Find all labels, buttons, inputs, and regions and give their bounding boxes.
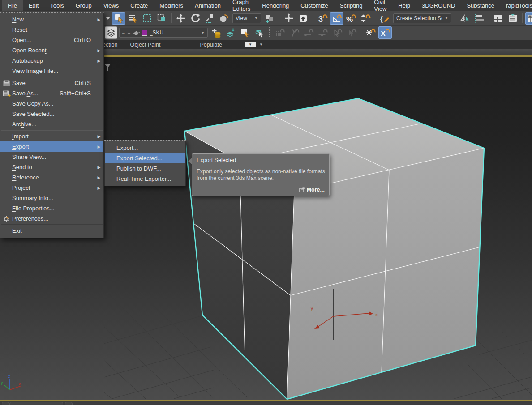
spinner-snap-toggle-button[interactable] [359,12,372,25]
select-and-scale-button[interactable] [203,12,216,25]
menu-item-project[interactable]: Project▶ [0,183,103,193]
set-current-layer-to-selection-button[interactable] [253,26,266,39]
angle-snap-toggle-button[interactable] [330,12,343,25]
svg-text:{: { [380,15,383,23]
ribbon-tab-populate[interactable]: Populate [194,40,228,49]
menu-item-save[interactable]: SaveCtrl+S [0,78,103,88]
menubar-item-modifiers[interactable]: Modifiers [154,0,189,11]
menu-item-exit[interactable]: Exit [0,226,103,236]
menu-item-export[interactable]: Export▶ [0,141,103,152]
link-cursor-a-button[interactable] [330,26,344,39]
layer-explorer-flyout-button[interactable] [105,26,117,39]
use-pivot-point-center-button[interactable] [263,12,276,25]
keyboard-shortcut-override-button[interactable] [296,12,310,25]
rectangular-selection-region-button[interactable] [141,12,154,25]
snap-toggle-3d-button[interactable]: 3 [316,12,329,25]
menu-item-file-properties[interactable]: File Properties... [0,203,103,213]
status-button-b[interactable] [65,402,73,405]
menubar-item-create[interactable]: Create [124,0,154,11]
menubar-item-graph-editors[interactable]: Graph Editors [227,0,256,11]
toolbar-flyout-button[interactable] [105,12,111,25]
menu-item-icon-slot [2,67,11,75]
percent-snap-toggle-button[interactable]: % [344,12,358,25]
toolbar-separator [171,13,172,23]
align-button[interactable] [472,12,486,25]
menu-item-save-as[interactable]: Save As...Shift+Ctrl+S [0,88,103,98]
reference-coordinate-system-dropdown[interactable]: View▼ [232,13,261,23]
status-button-a[interactable] [2,402,9,405]
menubar-item-edit[interactable]: Edit [23,0,44,11]
sel-in-layer-icon [240,27,250,38]
menu-item-save-copy-as[interactable]: Save Copy As... [0,98,103,109]
mirror-button[interactable] [458,12,472,25]
toggle-layer-explorer-button[interactable] [506,12,519,25]
menu-item-icon-slot [2,184,11,192]
link-slider-b-button[interactable] [316,26,330,39]
window-crossing-toggle-button[interactable] [155,12,168,25]
menubar-item-customize[interactable]: Customize [295,0,334,11]
menu-item-share-view[interactable]: Share View... [0,152,103,162]
menubar-item-file[interactable]: File [2,0,23,11]
ribbon-tab-object-paint[interactable]: Object Paint [124,40,167,49]
menu-item-label: Open... [12,37,31,43]
menu-item-save-selected[interactable]: Save Selected... [0,109,103,119]
menubar-item-rapidtools[interactable]: rapidTools [500,0,532,11]
edit-named-selection-sets-button[interactable]: { [378,12,391,25]
menu-item-open[interactable]: Open...Ctrl+O [0,35,103,45]
menubar-item-civil-view[interactable]: Civil View [368,0,392,11]
viewport-filter-icon[interactable] [104,64,111,71]
menu-item-publish-to-dwf[interactable]: Publish to DWF... [105,163,185,174]
menu-item-summary-info[interactable]: Summary Info... [0,193,103,203]
link-cursor-b-button[interactable] [345,26,358,39]
layer-color-swatch[interactable] [142,30,147,36]
menu-item-reset[interactable]: Reset [0,25,103,35]
toggle-ribbon-button[interactable] [525,12,532,25]
menubar-item-views[interactable]: Views [98,0,124,11]
tooltip-more-link[interactable]: More... [197,187,325,193]
select-and-place-button[interactable] [217,12,231,25]
menu-item-open-recent[interactable]: Open Recent▶ [0,45,103,55]
ribbon-options-arrow[interactable]: ▼ [259,43,263,47]
menu-item-send-to[interactable]: Send to▶ [0,162,103,172]
toggle-scene-explorer-button[interactable] [492,12,505,25]
menu-item-view-image-file[interactable]: View Image File... [0,66,103,76]
menu-item-real-time-exporter[interactable]: Real-Time Exporter... [105,174,185,184]
add-selection-to-current-layer-button[interactable] [224,26,237,39]
current-layer-dropdown[interactable]: – –_SKU▼ [119,28,208,38]
menu-item-reference[interactable]: Reference▶ [0,172,103,183]
freeze-snap-toggle-button[interactable] [364,26,378,39]
status-field[interactable] [9,402,63,405]
menubar-item-substance[interactable]: Substance [461,0,500,11]
menu-item-export[interactable]: Export... [105,143,185,153]
menubar-item-tools[interactable]: Tools [44,0,69,11]
select-and-move-button[interactable] [174,12,188,25]
menu-item-new[interactable]: New▶ [0,14,103,25]
menu-item-autobackup[interactable]: Autobackup▶ [0,55,103,66]
select-object-button[interactable] [112,12,125,25]
select-by-name-button[interactable] [126,12,140,25]
link-bone-button[interactable] [287,26,301,39]
menubar-item-rendering[interactable]: Rendering [256,0,295,11]
menubar-item-3dground[interactable]: 3DGROUND [416,0,461,11]
ribbon-minimize-button[interactable]: ▼ [245,42,256,47]
menubar-item-animation[interactable]: Animation [189,0,227,11]
link-to-grid-button[interactable] [273,26,287,39]
create-new-layer-button[interactable] [210,26,223,39]
select-and-manipulate-button[interactable] [282,12,296,25]
menu-item-export-selected[interactable]: Export Selected... [105,153,185,163]
menu-item-icon-slot [2,26,11,34]
select-objects-in-current-layer-button[interactable] [238,26,252,39]
menu-item-preferences[interactable]: Preferences... [0,213,103,224]
select-and-rotate-button[interactable] [189,12,202,25]
menu-item-import[interactable]: Import▶ [0,131,103,141]
menubar-item-help[interactable]: Help [392,0,416,11]
menubar-item-group[interactable]: Group [70,0,98,11]
selected-box-object[interactable] [184,98,484,399]
xref-quick-button-button[interactable]: X [378,26,392,39]
menu-item-archive[interactable]: Archive... [0,119,103,129]
link-slider-a-button[interactable] [302,26,315,39]
submenu-arrow-icon: ▶ [96,165,102,170]
menubar-item-scripting[interactable]: Scripting [334,0,369,11]
menu-item-label: Reset [12,26,27,33]
named-selection-sets-dropdown[interactable]: Create Selection Se▼ [393,13,451,23]
